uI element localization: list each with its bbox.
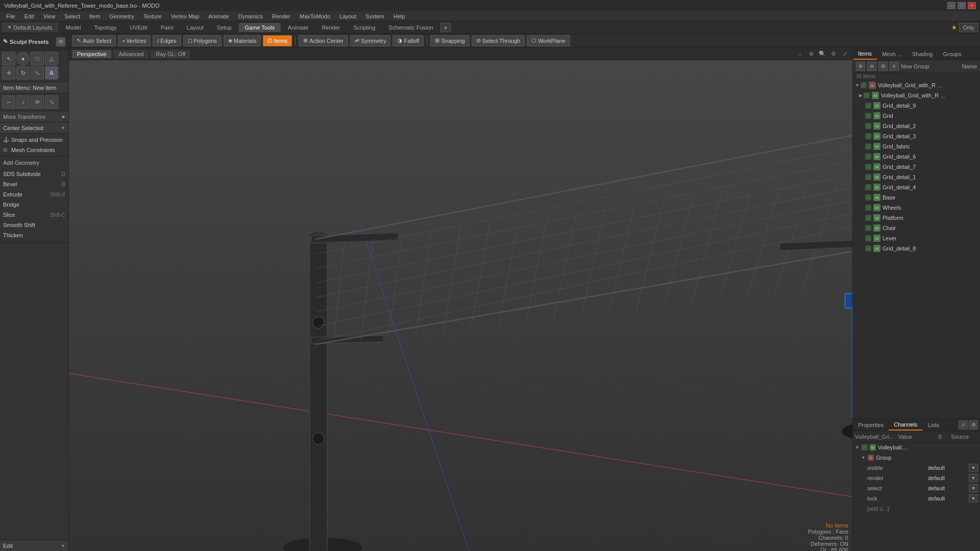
new-group-icon-1[interactable]: ⊕ — [856, 62, 865, 71]
edges-btn[interactable]: / Edges — [153, 35, 181, 46]
vp-icon-zoom[interactable]: ⊕ — [806, 49, 816, 59]
gd2-check[interactable]: ✓ — [865, 123, 871, 129]
center-selected-dropdown[interactable]: Center Selected ▼ — [0, 122, 68, 134]
bottom-expand-icon[interactable]: ⤢ — [959, 420, 968, 430]
symmetry-btn[interactable]: ⇌ Symmetry — [350, 35, 391, 46]
tool-type[interactable]: A — [45, 66, 58, 80]
tool-triangle[interactable]: △ — [45, 52, 58, 65]
tab-topology[interactable]: Topology — [88, 23, 122, 32]
ch-visible-dropdown[interactable]: ▼ — [969, 464, 978, 472]
platform-check[interactable]: ✓ — [865, 215, 871, 221]
add-geometry-header[interactable]: Add Geometry — [0, 158, 68, 168]
item-menu[interactable]: Item Menu: New Item — [0, 82, 68, 93]
edit-dropdown[interactable]: Edit ▼ — [0, 540, 68, 551]
gd4-check[interactable]: ✓ — [865, 184, 871, 190]
action-center-btn[interactable]: ⊕ Action Center — [299, 35, 348, 46]
item-row-grid-detail-4[interactable]: ✓ M Grid_detail_4 — [853, 182, 980, 192]
ch-row-add[interactable]: [add u...] — [853, 504, 980, 514]
tab-setup[interactable]: Setup — [211, 23, 238, 32]
bottom-tab-lists[interactable]: Lists — [923, 420, 945, 430]
bottom-settings-icon[interactable]: ⚙ — [969, 420, 978, 430]
menu-render[interactable]: Render — [268, 12, 295, 20]
sds-subdivide-item[interactable]: SDS Subdivide D — [0, 169, 68, 179]
root-check[interactable]: ✓ — [861, 82, 867, 88]
item-row-grid-detail-6[interactable]: ✓ M Grid_detail_6 — [853, 152, 980, 162]
item-row-grid[interactable]: ✓ M Grid — [853, 111, 980, 121]
bottom-tab-properties[interactable]: Properties — [853, 420, 889, 430]
item-row-grid-detail-9[interactable]: ✓ M Grid_detail_9 — [853, 101, 980, 111]
viewport[interactable]: Perspective Advanced Ray GL: Off ⌂ ⊕ 🔍 ⚙… — [69, 48, 852, 551]
menu-select[interactable]: Select — [60, 12, 84, 20]
vp-icon-home[interactable]: ⌂ — [795, 49, 804, 59]
transform-icon-1[interactable]: ↔ — [2, 95, 15, 109]
ch-render-dropdown[interactable]: ▼ — [969, 474, 978, 482]
tool-circle[interactable]: ● — [16, 52, 30, 65]
tab-scripting[interactable]: Scripting — [348, 23, 382, 32]
bottom-tab-channels[interactable]: Channels — [889, 419, 922, 431]
minimize-button[interactable]: ─ — [947, 2, 955, 9]
gd3-check[interactable]: ✓ — [865, 133, 871, 139]
grid-check[interactable]: ✓ — [865, 113, 871, 119]
snaps-precision-item[interactable]: ⚓ Snaps and Precision — [0, 135, 68, 145]
tool-rotate[interactable]: ↻ — [16, 66, 30, 80]
menu-maxtomodo[interactable]: MaxToModo — [296, 12, 334, 20]
more-transforms-btn[interactable]: More Transforms ▸ — [0, 111, 68, 122]
add-tab-button[interactable]: + — [440, 23, 451, 32]
vertices-btn[interactable]: • Vertices — [118, 35, 151, 46]
vol-check[interactable]: ✓ — [864, 92, 870, 98]
menu-view[interactable]: View — [39, 12, 60, 20]
menu-item[interactable]: Item — [85, 12, 104, 20]
item-row-grid-detail-7[interactable]: ✓ M Grid_detail_7 — [853, 162, 980, 172]
auto-select-btn[interactable]: ↖ Auto Select — [72, 35, 116, 46]
menu-animate[interactable]: Animate — [204, 12, 233, 20]
vp-icon-maximize[interactable]: ⤢ — [840, 49, 849, 59]
new-group-icon-2[interactable]: ⊖ — [867, 62, 876, 71]
tool-select[interactable]: ↖ — [2, 52, 15, 65]
select-through-btn[interactable]: ⊘ Select Through — [472, 35, 525, 46]
lever-check[interactable]: ✓ — [865, 235, 871, 241]
item-row-grid-detail-8[interactable]: ✓ M Grid_detail_8 — [853, 243, 980, 254]
vp-tab-ray-gl[interactable]: Ray GL: Off — [151, 50, 190, 58]
thicken-item[interactable]: Thicken — [0, 230, 68, 240]
gd7-check[interactable]: ✓ — [865, 164, 871, 170]
mesh-constraints-item[interactable]: ⊞ Mesh Constraints — [0, 145, 68, 155]
bevel-item[interactable]: Bevel B — [0, 179, 68, 189]
tab-game-tools[interactable]: Game Tools — [239, 23, 281, 32]
falloff-btn[interactable]: ◑ Falloff — [393, 35, 424, 46]
menu-geometry[interactable]: Geometry — [105, 12, 138, 20]
transform-icon-2[interactable]: ↕ — [16, 95, 30, 109]
menu-system[interactable]: System — [361, 12, 388, 20]
tab-schematic-fusion[interactable]: Schematic Fusion — [382, 23, 439, 32]
item-row-wheels[interactable]: ✓ M Wheels — [853, 203, 980, 213]
menu-edit[interactable]: Edit — [20, 12, 38, 20]
base-check[interactable]: ✓ — [865, 194, 871, 201]
ch-row-volleyball[interactable]: ▼ ✓ M Volleyball.... — [853, 442, 980, 453]
item-row-chair[interactable]: ✓ M Chair — [853, 223, 980, 233]
ch-lock-dropdown[interactable]: ▼ — [969, 494, 978, 503]
item-row-grid-detail-1[interactable]: ✓ M Grid_detail_1 — [853, 172, 980, 182]
vp-icon-settings[interactable]: ⚙ — [829, 49, 838, 59]
chair-check[interactable]: ✓ — [865, 225, 871, 231]
close-button[interactable]: ✕ — [968, 2, 976, 9]
ch-row-group[interactable]: ▼ G Group — [853, 453, 980, 463]
wheels-check[interactable]: ✓ — [865, 205, 871, 211]
items-btn[interactable]: ⊡ Items — [263, 35, 292, 46]
viewport-canvas[interactable]: Y X No Items — [69, 60, 852, 551]
ch-select-dropdown[interactable]: ▼ — [969, 484, 978, 492]
vp-tab-advanced[interactable]: Advanced — [113, 50, 149, 58]
slice-item[interactable]: Slice Shift-C — [0, 210, 68, 220]
tool-scale[interactable]: ⤡ — [31, 66, 44, 80]
tab-render[interactable]: Render — [315, 23, 346, 32]
tab-uvedit[interactable]: UVEdit — [124, 23, 153, 32]
tab-model[interactable]: Model — [59, 23, 87, 32]
menu-file[interactable]: File — [2, 12, 19, 20]
new-group-icon-4[interactable]: ≡ — [890, 62, 899, 71]
item-row-grid-fabric[interactable]: ✓ M Grid_fabric — [853, 141, 980, 152]
tab-paint[interactable]: Paint — [155, 23, 180, 32]
item-row-lever[interactable]: ✓ M Lever — [853, 233, 980, 243]
item-row-platform[interactable]: ✓ M Platform — [853, 213, 980, 223]
default-layouts-btn[interactable]: ▾ Default Layouts — [2, 22, 58, 32]
right-tab-items[interactable]: Items — [853, 48, 877, 60]
transform-icon-4[interactable]: ⤡ — [45, 95, 58, 109]
item-row-base[interactable]: ✓ M Base — [853, 192, 980, 203]
